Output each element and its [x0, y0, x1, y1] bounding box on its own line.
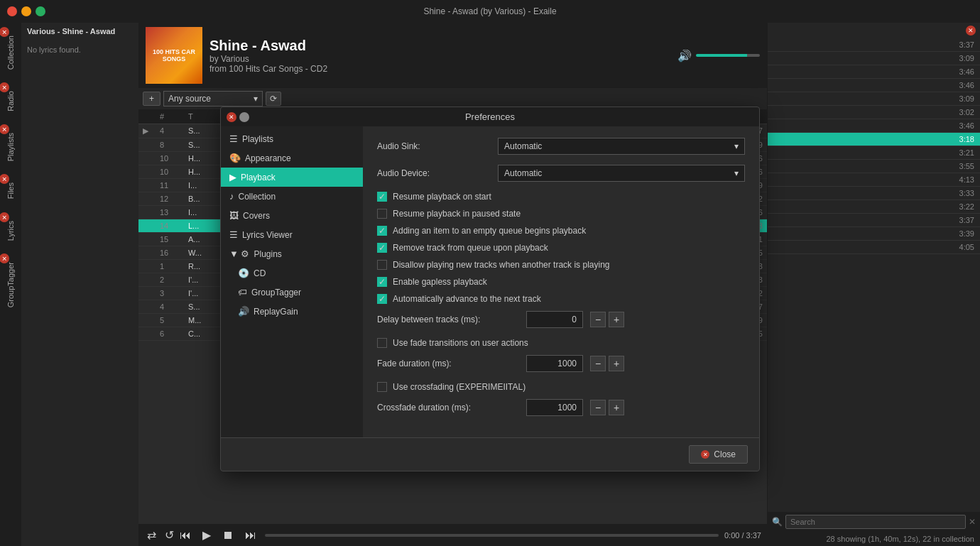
- crossfade-duration-spinner-buttons: − +: [590, 400, 624, 415]
- fade-duration-spinner-buttons: − +: [590, 356, 624, 371]
- right-search-bar: 🔍 ✕: [768, 512, 980, 532]
- crossfade-checkbox[interactable]: [377, 382, 387, 392]
- next-button[interactable]: ⏭: [242, 528, 259, 543]
- sidebar-item-collection[interactable]: Collection: [4, 28, 18, 77]
- fade-duration-decrement-button[interactable]: −: [590, 356, 606, 371]
- pref-nav-cd-label: CD: [254, 268, 266, 278]
- stop-button[interactable]: ⏹: [219, 528, 236, 543]
- audio-sink-label: Audio Sink:: [377, 141, 491, 151]
- search-clear-icon[interactable]: ✕: [969, 517, 976, 527]
- right-list-item[interactable]: 3:37: [768, 38, 980, 52]
- repeat-button[interactable]: ↺: [162, 527, 177, 543]
- lyrics-panel: Various - Shine - Aswad No lyrics found.: [21, 23, 138, 546]
- pref-nav-plugins[interactable]: ▼ ⚙ Plugins: [221, 244, 363, 263]
- preferences-close-button[interactable]: ✕: [227, 112, 236, 122]
- right-list-item-playing[interactable]: 3:18: [768, 133, 980, 146]
- pref-nav-covers[interactable]: 🖼 Covers: [221, 206, 363, 225]
- lyrics-label: Lyrics: [6, 221, 15, 241]
- row-icon: ▶: [143, 126, 160, 136]
- maximize-button[interactable]: [36, 6, 45, 16]
- remove-track-checkbox[interactable]: ✓: [377, 243, 387, 253]
- sidebar-item-grouptagger[interactable]: GroupTagger: [4, 255, 18, 315]
- empty-queue-checkbox[interactable]: ✓: [377, 226, 387, 236]
- delay-value[interactable]: 0: [526, 311, 583, 328]
- crossfade-duration-value[interactable]: 1000: [526, 399, 583, 416]
- progress-bar[interactable]: [265, 534, 719, 537]
- volume-slider[interactable]: [696, 54, 760, 57]
- sidebar-item-playlists[interactable]: Playlists: [4, 126, 18, 168]
- source-dropdown[interactable]: Any source ▾: [163, 91, 263, 107]
- right-list-item[interactable]: 4:13: [768, 173, 980, 187]
- right-list-item[interactable]: 4:05: [768, 241, 980, 254]
- disallow-new-checkbox[interactable]: [377, 260, 387, 270]
- grouptagger-pref-icon: 🏷: [238, 287, 247, 297]
- pref-nav-playlists-label: Playlists: [242, 134, 273, 144]
- right-list-item[interactable]: 3:22: [768, 200, 980, 214]
- right-list-item[interactable]: 3:37: [768, 214, 980, 227]
- right-list-item[interactable]: 3:09: [768, 92, 980, 106]
- pref-nav-lyrics-label: Lyrics Viewer: [242, 230, 293, 240]
- right-list-item[interactable]: 3:21: [768, 146, 980, 160]
- right-row-length: 3:02: [959, 108, 974, 116]
- right-list-item[interactable]: 3:09: [768, 52, 980, 65]
- right-row-length: 3:46: [959, 81, 974, 89]
- search-input[interactable]: [785, 515, 966, 529]
- auto-advance-label: Automatically advance to the next track: [393, 294, 541, 304]
- audio-sink-dropdown[interactable]: Automatic ▾: [498, 138, 745, 155]
- right-list-item[interactable]: 3:33: [768, 187, 980, 200]
- audio-sink-row: Audio Sink: Automatic ▾: [377, 138, 745, 155]
- right-list-item[interactable]: 3:55: [768, 160, 980, 173]
- prev-button[interactable]: ⏮: [177, 528, 194, 543]
- pref-nav-appearance[interactable]: 🎨 Appearance: [221, 148, 363, 168]
- right-list-item[interactable]: 3:46: [768, 79, 980, 92]
- pref-nav-lyrics-viewer[interactable]: ☰ Lyrics Viewer: [221, 225, 363, 244]
- pref-nav-playback[interactable]: ▶ Playback: [221, 168, 363, 187]
- vertical-sidebar: ✕ Collection ✕ Radio ✕ Playlists ✕ Files…: [0, 23, 21, 546]
- resume-start-row: ✓ Resume playback on start: [377, 192, 745, 202]
- sidebar-item-radio[interactable]: Radio: [4, 84, 18, 119]
- audio-sink-chevron-icon: ▾: [734, 141, 739, 151]
- search-icon: 🔍: [772, 517, 783, 527]
- empty-queue-row: ✓ Adding an item to an empty queue begin…: [377, 226, 745, 236]
- right-list-item[interactable]: 3:46: [768, 65, 980, 79]
- titlebar-buttons: [7, 6, 45, 16]
- gapless-checkbox[interactable]: ✓: [377, 277, 387, 287]
- shuffle-button[interactable]: ⇄: [144, 527, 159, 543]
- fade-duration-value[interactable]: 1000: [526, 355, 583, 372]
- minimize-button[interactable]: [21, 6, 31, 16]
- right-list-item[interactable]: 3:46: [768, 119, 980, 133]
- covers-pref-icon: 🖼: [229, 210, 239, 221]
- add-button[interactable]: +: [143, 92, 160, 106]
- play-button[interactable]: ▶: [200, 527, 214, 543]
- sidebar-item-files[interactable]: Files: [4, 175, 18, 206]
- fade-duration-increment-button[interactable]: +: [609, 356, 624, 371]
- pref-nav-grouptagger[interactable]: 🏷 GroupTagger: [221, 283, 363, 302]
- preferences-close-action-button[interactable]: ✕ Close: [689, 445, 748, 464]
- crossfade-duration-increment-button[interactable]: +: [609, 400, 624, 415]
- delay-row: Delay between tracks (ms): 0 − +: [377, 311, 745, 328]
- auto-advance-checkbox[interactable]: ✓: [377, 294, 387, 304]
- pref-nav-grouptagger-label: GroupTagger: [251, 288, 301, 297]
- resume-paused-checkbox[interactable]: [377, 209, 387, 219]
- preferences-minimize-button[interactable]: [239, 112, 249, 122]
- fade-checkbox[interactable]: [377, 338, 387, 348]
- delay-increment-button[interactable]: +: [609, 312, 624, 327]
- pref-nav-collection[interactable]: ♪ Collection: [221, 187, 363, 206]
- pref-nav-replaygain[interactable]: 🔊 ReplayGain: [221, 302, 363, 321]
- right-panel-close-button[interactable]: ✕: [966, 26, 976, 36]
- audio-device-dropdown[interactable]: Automatic ▾: [498, 165, 745, 182]
- crossfade-duration-decrement-button[interactable]: −: [590, 400, 606, 415]
- close-button[interactable]: [7, 6, 17, 16]
- pref-nav-playlists[interactable]: ☰ Playlists: [221, 129, 363, 148]
- pref-nav-cd[interactable]: 💿 CD: [221, 263, 363, 283]
- delay-label: Delay between tracks (ms):: [377, 315, 519, 324]
- refresh-button[interactable]: ⟳: [266, 92, 281, 106]
- right-list-item[interactable]: 3:02: [768, 106, 980, 119]
- crossfade-checkbox-label: Use crossfading (EXPERIMEIITAL): [393, 382, 526, 392]
- right-list-item[interactable]: 3:39: [768, 227, 980, 241]
- right-row-length: 3:39: [959, 229, 974, 238]
- fade-checkbox-row: Use fade transitions on user actions: [377, 338, 745, 348]
- resume-start-checkbox[interactable]: ✓: [377, 192, 387, 202]
- sidebar-item-lyrics[interactable]: Lyrics: [4, 214, 18, 248]
- delay-decrement-button[interactable]: −: [590, 312, 606, 327]
